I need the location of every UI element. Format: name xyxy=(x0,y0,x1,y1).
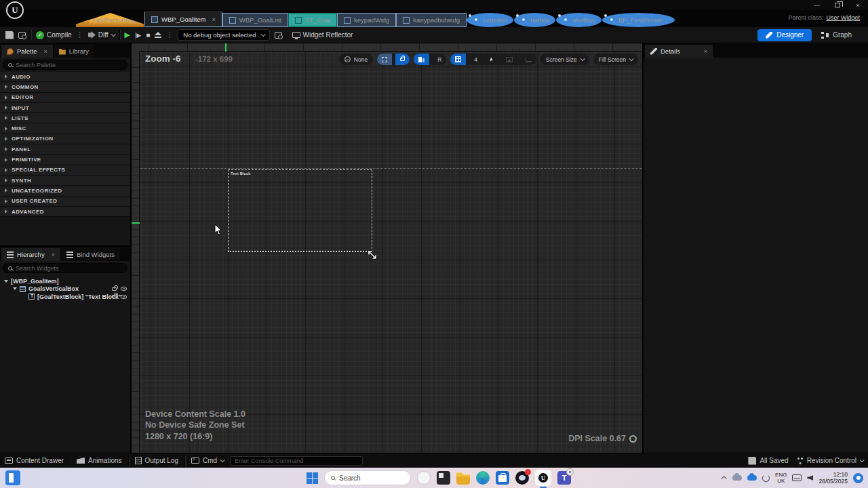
step-button[interactable]: |▶ xyxy=(135,32,141,39)
close-button[interactable]: × xyxy=(848,1,868,9)
close-icon[interactable]: × xyxy=(52,251,55,258)
menu-item[interactable] xyxy=(43,5,58,6)
restore-button[interactable] xyxy=(827,1,848,9)
play-options-icon[interactable]: ⋮ xyxy=(166,31,173,39)
palette-category[interactable]: INPUT xyxy=(0,103,130,113)
grid-snap-toggle[interactable] xyxy=(450,54,466,65)
palette-category[interactable]: MISC xyxy=(0,123,130,134)
tab-details[interactable]: Details × xyxy=(645,45,713,58)
tree-row[interactable]: GoalsVerticalBox xyxy=(0,285,130,293)
browse-to-asset-icon[interactable] xyxy=(18,32,26,39)
notification-center-icon[interactable] xyxy=(853,473,863,483)
palette-category[interactable]: ADVANCED xyxy=(0,207,130,217)
clock[interactable]: 12:10 28/05/2025 xyxy=(818,471,848,485)
asset-tab[interactable]: hatbox × xyxy=(514,13,557,27)
microsoft-store-icon[interactable] xyxy=(496,471,509,485)
ruler-toggle[interactable] xyxy=(521,54,536,65)
palette-category[interactable]: SYNTH xyxy=(0,176,130,186)
tab-bind-widgets[interactable]: Bind Widgets xyxy=(61,248,120,261)
tab-hierarchy[interactable]: Hierarchy × xyxy=(1,248,60,261)
close-icon[interactable]: × xyxy=(704,48,707,55)
palette-category[interactable]: AUDIO xyxy=(0,72,130,82)
app-icon-dark[interactable] xyxy=(437,471,450,485)
expander-icon[interactable] xyxy=(4,280,8,283)
menu-item[interactable] xyxy=(58,5,73,6)
touch-keyboard-icon[interactable] xyxy=(792,474,802,481)
asset-tab[interactable]: FirstPersonMap × xyxy=(76,13,144,27)
palette-search-input[interactable]: Search Palette xyxy=(3,60,127,70)
gear-icon[interactable] xyxy=(629,435,637,443)
palette-category[interactable]: SPECIAL EFFECTS xyxy=(0,165,130,176)
asset-tab[interactable]: kaeypadbutwidg × xyxy=(396,13,467,27)
asset-tab[interactable]: BP_FirstPerson... × xyxy=(602,13,675,27)
lock-toggle[interactable] xyxy=(395,54,410,65)
content-drawer-button[interactable]: Content Drawer xyxy=(5,457,64,464)
stop-button[interactable]: ■ xyxy=(146,32,150,39)
select-cursor-toggle[interactable] xyxy=(486,54,498,65)
compile-options-icon[interactable]: ⋮ xyxy=(77,31,83,39)
palette-category[interactable]: OPTIMIZATION xyxy=(0,134,130,144)
debug-object-dropdown[interactable]: No debug object selected xyxy=(178,29,269,41)
palette-category[interactable]: PANEL xyxy=(0,144,130,155)
language-indicator[interactable]: ENG UK xyxy=(775,472,787,484)
tab-palette[interactable]: Palette × xyxy=(1,45,53,58)
sync-icon[interactable] xyxy=(762,474,770,482)
designer-mode-button[interactable]: Designer xyxy=(757,29,812,41)
cmd-dropdown[interactable]: Cmd xyxy=(191,457,224,464)
palette-category[interactable]: LISTS xyxy=(0,113,130,123)
edge-browser-icon[interactable] xyxy=(476,471,490,485)
menu-item[interactable] xyxy=(133,5,148,6)
file-explorer-icon[interactable] xyxy=(456,471,470,485)
all-saved-button[interactable]: All Saved xyxy=(748,457,788,465)
palette-category[interactable]: EDITOR xyxy=(0,93,130,103)
selected-widget-outline[interactable]: Text Block xyxy=(228,169,372,252)
localization-toggle[interactable]: R xyxy=(433,54,446,65)
eject-button[interactable] xyxy=(155,32,161,38)
output-log-button[interactable]: Output Log xyxy=(135,457,178,464)
menu-item[interactable] xyxy=(28,5,43,6)
grid-snap-value[interactable]: 4 xyxy=(469,54,482,65)
graph-mode-button[interactable]: Graph xyxy=(821,31,852,39)
palette-category[interactable]: USER CREATED xyxy=(0,197,130,207)
tree-row[interactable]: [WBP_GoalItem] xyxy=(0,277,130,285)
start-button[interactable] xyxy=(307,472,318,484)
menu-item[interactable] xyxy=(73,5,88,6)
save-icon[interactable] xyxy=(5,31,14,39)
menu-item[interactable] xyxy=(103,5,118,6)
lock-icon[interactable] xyxy=(112,295,117,298)
tree-row[interactable]: [GoalTextBlock] "Text Block" xyxy=(0,293,130,301)
widget-reflector-button[interactable]: Widget Reflector xyxy=(292,31,353,39)
speaker-icon[interactable] xyxy=(807,475,813,481)
app-icon-circle[interactable] xyxy=(417,471,431,485)
menu-item[interactable] xyxy=(88,5,103,6)
visibility-icon[interactable] xyxy=(121,287,127,291)
palette-category[interactable]: PRIMITIVE xyxy=(0,155,130,165)
onedrive-blue-icon[interactable] xyxy=(747,475,757,481)
unreal-engine-taskbar-icon[interactable]: U xyxy=(535,470,551,486)
minimize-button[interactable]: — xyxy=(807,1,827,9)
asset-tab[interactable]: keypadWidg × xyxy=(337,13,396,27)
asset-tab[interactable]: shirtbox × xyxy=(556,13,601,27)
screen-size-dropdown[interactable]: Screen Size xyxy=(540,54,589,65)
visibility-icon[interactable] xyxy=(121,295,127,299)
obs-icon[interactable] xyxy=(515,471,529,485)
close-icon[interactable]: × xyxy=(44,48,47,55)
asset-tab[interactable]: WBP_GoalItem × xyxy=(144,12,222,27)
asset-tab[interactable]: WBP_GoalList × xyxy=(222,13,288,27)
taskbar-search[interactable]: Search xyxy=(324,470,411,485)
browse-debug-icon[interactable] xyxy=(275,32,282,39)
tab-library[interactable]: Library xyxy=(54,45,94,58)
preview-background-dropdown[interactable]: None xyxy=(339,54,373,65)
compile-button[interactable]: ✓ Compile xyxy=(36,31,72,39)
palette-category[interactable]: UNCATEGORIZED xyxy=(0,186,130,196)
tab-close-icon[interactable]: × xyxy=(212,16,216,23)
palette-category[interactable]: COMMON xyxy=(0,82,130,92)
teams-icon[interactable]: T × xyxy=(557,471,571,485)
diff-button[interactable]: Diff xyxy=(88,31,115,39)
lock-icon[interactable] xyxy=(112,287,117,291)
menu-item[interactable] xyxy=(118,5,133,6)
asset-tab[interactable]: codetext × xyxy=(467,13,514,27)
parent-class-value[interactable]: User Widget xyxy=(826,14,860,21)
preview-toggle[interactable] xyxy=(414,54,429,65)
designer-canvas[interactable]: Zoom -6 -172 x 699 None R 4 xyxy=(132,43,642,453)
